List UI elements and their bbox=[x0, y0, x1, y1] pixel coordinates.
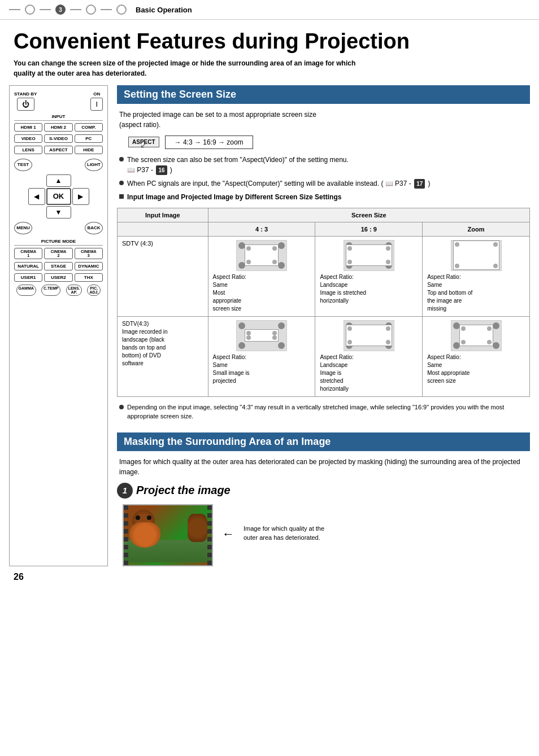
lens-btn[interactable]: LENS bbox=[14, 146, 42, 154]
masking-text: Images for which quality at the outer ar… bbox=[117, 457, 530, 477]
comp-btn[interactable]: COMP. bbox=[75, 123, 103, 132]
img-normal-2 bbox=[451, 320, 502, 351]
wide-inner bbox=[346, 244, 392, 266]
col-169: 16 : 9 bbox=[315, 222, 423, 236]
light-btn[interactable]: LIGHT bbox=[85, 159, 103, 171]
bullet-1-text: The screen size can also be set from "As… bbox=[127, 155, 349, 175]
mode-row-2: NATURAL STAGE DYNAMIC bbox=[14, 262, 103, 270]
note-text: Depending on the input image, selecting … bbox=[127, 403, 530, 421]
bullet-1: The screen size can also be set from "As… bbox=[117, 155, 530, 175]
stand-by-label: STAND BY bbox=[14, 91, 37, 97]
top-navigation: 3 Basic Operation bbox=[0, 0, 539, 20]
project-demo: ← Image for which quality at the outer a… bbox=[117, 504, 530, 566]
nav-title: Basic Operation bbox=[136, 6, 192, 14]
thx-btn[interactable]: THX bbox=[75, 273, 103, 282]
aspect-btn[interactable]: ASPECT bbox=[44, 146, 72, 154]
step-circle-1: 1 bbox=[117, 483, 133, 499]
aspect-demo: ASPECT ↙ → 4:3 → 16:9 → zoom bbox=[117, 136, 530, 149]
step1-text: Project the image bbox=[136, 484, 231, 497]
hide-btn[interactable]: HIDE bbox=[75, 146, 103, 154]
page-number: 26 bbox=[0, 566, 539, 588]
row1-cell2-desc: Aspect Ratio: Landscape Image is stretch… bbox=[320, 273, 418, 305]
row1-cell-2: Aspect Ratio: Landscape Image is stretch… bbox=[315, 236, 423, 316]
lens-row: LENS ASPECT HIDE bbox=[14, 146, 103, 154]
menu-btn[interactable]: MENU bbox=[14, 222, 32, 234]
on-btn[interactable]: I bbox=[90, 98, 103, 111]
badge-16: 16 bbox=[156, 165, 167, 175]
screen-size-table: Input Image Screen Size 4 : 3 16 : 9 Zoo… bbox=[117, 208, 530, 397]
nav-step-4 bbox=[86, 5, 96, 15]
corner-tr bbox=[278, 242, 285, 249]
masking-section: Masking the Surrounding Area of an Image… bbox=[117, 432, 530, 566]
row2-cell1-desc: Aspect Ratio: Same Small image is projec… bbox=[213, 353, 311, 385]
pc-btn[interactable]: PC bbox=[75, 134, 103, 143]
bullet-dot-1 bbox=[119, 157, 124, 161]
dpad: ▲ ◀ OK ▶ ▼ bbox=[14, 174, 103, 219]
left-arrow[interactable]: ◀ bbox=[28, 188, 45, 205]
cinema1-btn[interactable]: CINEMA 1 bbox=[14, 248, 42, 259]
row2-cell-1: Aspect Ratio: Same Small image is projec… bbox=[208, 316, 315, 396]
col-zoom: Zoom bbox=[423, 222, 530, 236]
row1-cell3-desc: Aspect Ratio: Same Top and bottom of the… bbox=[427, 273, 525, 313]
inner-rect bbox=[245, 244, 279, 266]
table-header-bullet: Input Image and Projected Image by Diffe… bbox=[117, 192, 530, 202]
bullet-square-1 bbox=[119, 194, 124, 199]
hdmi1-btn[interactable]: HDMI 1 bbox=[14, 123, 42, 132]
ctemp-btn[interactable]: C.TEMP bbox=[41, 285, 60, 296]
user2-btn[interactable]: USER2 bbox=[44, 273, 72, 282]
right-arrow[interactable]: ▶ bbox=[72, 188, 89, 205]
cinema3-btn[interactable]: CINEMA 3 bbox=[75, 248, 103, 259]
bullet-2-text: When PC signals are input, the "Aspect(C… bbox=[127, 178, 431, 189]
video-btn[interactable]: VIDEO bbox=[14, 134, 42, 143]
nav-line-2 bbox=[40, 9, 51, 10]
svideo-btn[interactable]: S-VIDEO bbox=[44, 134, 72, 143]
nav-line-4 bbox=[101, 9, 112, 10]
row2-cell2-desc: Aspect Ratio: Landscape Image is stretch… bbox=[320, 353, 418, 393]
img-small-1 bbox=[236, 320, 287, 351]
note-bullet: Depending on the input image, selecting … bbox=[117, 403, 530, 421]
dynamic-btn[interactable]: DYNAMIC bbox=[75, 262, 103, 270]
book-icon-1: 📖 bbox=[127, 167, 135, 173]
inner-rect-2 bbox=[459, 325, 493, 346]
menu-back-row: MENU BACK bbox=[14, 222, 103, 234]
input-image-header: Input Image bbox=[118, 208, 208, 222]
cinema-row: CINEMA 1 CINEMA 2 CINEMA 3 bbox=[14, 248, 103, 259]
bullet2-ref: P37 - bbox=[395, 180, 411, 187]
nav-line-3 bbox=[70, 9, 81, 10]
back-btn[interactable]: BACK bbox=[85, 222, 103, 234]
table-row-1: SDTV (4:3) bbox=[118, 236, 530, 316]
natural-btn[interactable]: NATURAL bbox=[14, 262, 42, 270]
nav-line-1 bbox=[9, 9, 20, 10]
test-light-row: TEST LIGHT bbox=[14, 159, 103, 171]
stage-btn[interactable]: STAGE bbox=[44, 262, 72, 270]
row2-input-label: SDTV(4:3) Image recorded in landscape (b… bbox=[118, 316, 208, 396]
pic-adj-btn[interactable]: PIC. ADJ. bbox=[87, 285, 101, 296]
input-row-1: HDMI 1 HDMI 2 COMP. bbox=[14, 123, 103, 132]
power-row: STAND BY ⏻ ON I bbox=[14, 91, 103, 111]
up-arrow[interactable]: ▲ bbox=[46, 174, 71, 187]
bullet1-ref: P37 - bbox=[137, 166, 153, 174]
screen-size-text: The projected image can be set to a most… bbox=[117, 110, 530, 130]
picture-mode-label: PICTURE MODE bbox=[14, 239, 103, 246]
row1-cell-1: Aspect Ratio: Same Most appropriate scre… bbox=[208, 236, 315, 316]
user1-btn[interactable]: USER1 bbox=[14, 273, 42, 282]
stand-by-btn[interactable]: ⏻ bbox=[17, 98, 34, 111]
panda-image bbox=[123, 504, 213, 566]
hdmi2-btn[interactable]: HDMI 2 bbox=[44, 123, 72, 132]
test-btn[interactable]: TEST bbox=[14, 159, 32, 171]
ok-btn[interactable]: OK bbox=[46, 188, 71, 205]
aspect-sequence: → 4:3 → 16:9 → zoom bbox=[175, 138, 244, 146]
lens-ap-btn[interactable]: LENS. AP. bbox=[66, 285, 82, 296]
col-43: 4 : 3 bbox=[208, 222, 315, 236]
down-arrow[interactable]: ▼ bbox=[46, 206, 71, 219]
nav-step-1 bbox=[25, 5, 35, 15]
mode-row-3: USER1 USER2 THX bbox=[14, 273, 103, 282]
cinema2-btn[interactable]: CINEMA 2 bbox=[44, 248, 72, 259]
left-arrow-icon: ← bbox=[222, 527, 234, 541]
input-label: INPUT bbox=[14, 114, 103, 121]
row1-input-label: SDTV (4:3) bbox=[118, 236, 208, 316]
img-crop-1 bbox=[451, 240, 502, 271]
zoom-inner bbox=[453, 241, 499, 270]
gamma-btn[interactable]: GAMMA bbox=[16, 285, 36, 296]
bullet-2: When PC signals are input, the "Aspect(C… bbox=[117, 178, 530, 189]
